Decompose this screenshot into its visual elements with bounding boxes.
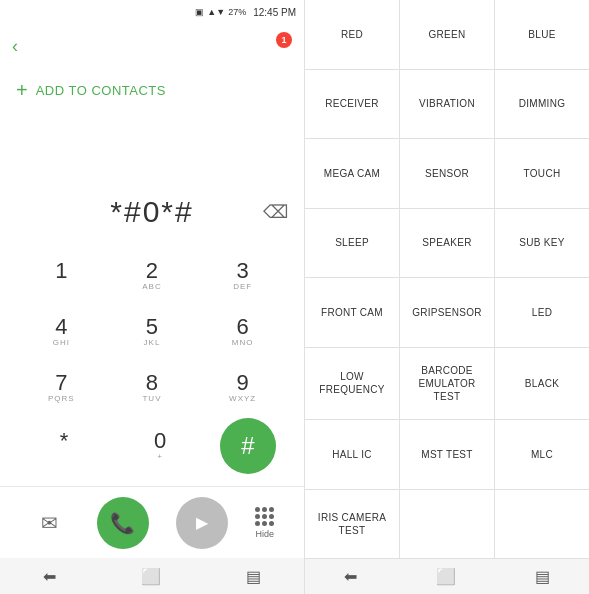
message-button[interactable]: ✉: [30, 503, 70, 543]
status-bar: ▣ ▲▼ 27% 12:45 PM: [0, 0, 304, 24]
back-button[interactable]: ‹: [12, 36, 18, 57]
menu-cell[interactable]: IRIS CAMERA TEST: [305, 490, 399, 559]
left-panel: ▣ ▲▼ 27% 12:45 PM ‹ 1 + ADD TO CONTACTS …: [0, 0, 305, 594]
menu-cell-label: BLUE: [528, 28, 555, 41]
key-8[interactable]: 8 TUV: [116, 362, 188, 414]
sim-icon: ▣: [195, 7, 204, 17]
menu-cell[interactable]: GREEN: [400, 0, 494, 69]
top-bar: ‹ 1: [0, 24, 304, 68]
dot: [255, 507, 260, 512]
hide-button[interactable]: Hide: [255, 507, 274, 539]
message-icon: ✉: [41, 511, 58, 535]
right-panel: REDGREENBLUERECEIVERVIBRATIONDIMMINGMEGA…: [305, 0, 589, 594]
menu-cell-label: DIMMING: [519, 97, 566, 110]
menu-cell[interactable]: VIBRATION: [400, 70, 494, 139]
menu-cell-label: BARCODE EMULATOR TEST: [404, 364, 490, 403]
menu-cell-label: GRIPSENSOR: [412, 306, 482, 319]
keypad-row-3: 7 PQRS 8 TUV 9 WXYZ: [16, 362, 288, 414]
key-4[interactable]: 4 GHI: [25, 306, 97, 358]
menu-cell-label: TOUCH: [524, 167, 561, 180]
key-7[interactable]: 7 PQRS: [25, 362, 97, 414]
keypad-row-1: 1 2 ABC 3 DEF: [16, 250, 288, 302]
key-3[interactable]: 3 DEF: [207, 250, 279, 302]
menu-cell-label: LED: [532, 306, 552, 319]
nav-recent-icon[interactable]: ▤: [246, 567, 261, 586]
menu-cell[interactable]: BARCODE EMULATOR TEST: [400, 348, 494, 420]
key-star[interactable]: *: [28, 420, 100, 472]
status-bar-icons: ▣ ▲▼ 27% 12:45 PM: [195, 7, 296, 18]
key-9[interactable]: 9 WXYZ: [207, 362, 279, 414]
keypad: 1 2 ABC 3 DEF 4 GHI 5 JKL 6: [0, 242, 304, 486]
menu-cell[interactable]: BLUE: [495, 0, 589, 69]
dot: [269, 514, 274, 519]
menu-cell-label: RED: [341, 28, 363, 41]
dialer-number: *#0*#: [16, 195, 288, 229]
menu-cell-label: MST TEST: [421, 448, 472, 461]
menu-cell[interactable]: MST TEST: [400, 420, 494, 489]
hide-dots-icon: [255, 507, 274, 526]
key-0[interactable]: 0 +: [124, 420, 196, 472]
menu-cell[interactable]: RED: [305, 0, 399, 69]
menu-cell-label: SLEEP: [335, 236, 369, 249]
menu-cell-label: MEGA CAM: [324, 167, 380, 180]
dot: [269, 507, 274, 512]
call-icon: 📞: [110, 511, 135, 535]
call-button[interactable]: 📞: [97, 497, 149, 549]
menu-cell[interactable]: BLACK: [495, 348, 589, 420]
menu-cell[interactable]: RECEIVER: [305, 70, 399, 139]
menu-cell[interactable]: TOUCH: [495, 139, 589, 208]
signal-bars: ▲▼: [207, 7, 225, 17]
key-5[interactable]: 5 JKL: [116, 306, 188, 358]
key-hash[interactable]: #: [220, 418, 276, 474]
dot: [262, 521, 267, 526]
key-2[interactable]: 2 ABC: [116, 250, 188, 302]
call-circle: 📞: [97, 497, 149, 549]
right-nav-bar: ⬅ ⬜ ▤: [305, 558, 589, 594]
menu-cell-label: MLC: [531, 448, 553, 461]
add-contacts-bar[interactable]: + ADD TO CONTACTS: [0, 68, 304, 112]
menu-cell-label: HALL IC: [332, 448, 372, 461]
menu-cell: [495, 490, 589, 559]
menu-cell[interactable]: HALL IC: [305, 420, 399, 489]
menu-cell-label: LOW FREQUENCY: [309, 370, 395, 396]
menu-cell[interactable]: FRONT CAM: [305, 278, 399, 347]
nav-home-icon[interactable]: ⬜: [141, 567, 161, 586]
key-6[interactable]: 6 MNO: [207, 306, 279, 358]
right-nav-recent-icon[interactable]: ▤: [535, 567, 550, 586]
keypad-row-4: * 0 + #: [16, 418, 288, 474]
menu-cell[interactable]: SUB KEY: [495, 209, 589, 278]
notification-badge: 1: [276, 32, 292, 48]
video-icon: ▶: [196, 513, 208, 532]
nav-back-icon[interactable]: ⬅: [43, 567, 56, 586]
key-1[interactable]: 1: [25, 250, 97, 302]
dialer-spacer: [0, 112, 304, 182]
menu-grid: REDGREENBLUERECEIVERVIBRATIONDIMMINGMEGA…: [305, 0, 589, 558]
menu-cell-label: SENSOR: [425, 167, 469, 180]
menu-cell-label: SPEAKER: [422, 236, 471, 249]
menu-cell[interactable]: GRIPSENSOR: [400, 278, 494, 347]
time-display: 12:45 PM: [253, 7, 296, 18]
video-button[interactable]: ▶: [176, 497, 228, 549]
dot: [255, 514, 260, 519]
menu-cell[interactable]: LOW FREQUENCY: [305, 348, 399, 420]
menu-cell[interactable]: SPEAKER: [400, 209, 494, 278]
add-contacts-label: ADD TO CONTACTS: [36, 83, 166, 98]
backspace-button[interactable]: ⌫: [263, 201, 288, 223]
menu-cell[interactable]: DIMMING: [495, 70, 589, 139]
hide-label: Hide: [256, 529, 275, 539]
menu-cell-label: IRIS CAMERA TEST: [309, 511, 395, 537]
right-nav-home-icon[interactable]: ⬜: [436, 567, 456, 586]
dot: [262, 514, 267, 519]
menu-cell[interactable]: LED: [495, 278, 589, 347]
menu-cell[interactable]: MLC: [495, 420, 589, 489]
menu-cell[interactable]: MEGA CAM: [305, 139, 399, 208]
action-bar: ✉ 📞 ▶ Hide: [0, 486, 304, 558]
menu-cell: [400, 490, 494, 559]
menu-cell[interactable]: SENSOR: [400, 139, 494, 208]
menu-cell[interactable]: SLEEP: [305, 209, 399, 278]
dot: [262, 507, 267, 512]
menu-cell-label: SUB KEY: [519, 236, 564, 249]
menu-cell-label: VIBRATION: [419, 97, 475, 110]
right-nav-back-icon[interactable]: ⬅: [344, 567, 357, 586]
dot: [255, 521, 260, 526]
